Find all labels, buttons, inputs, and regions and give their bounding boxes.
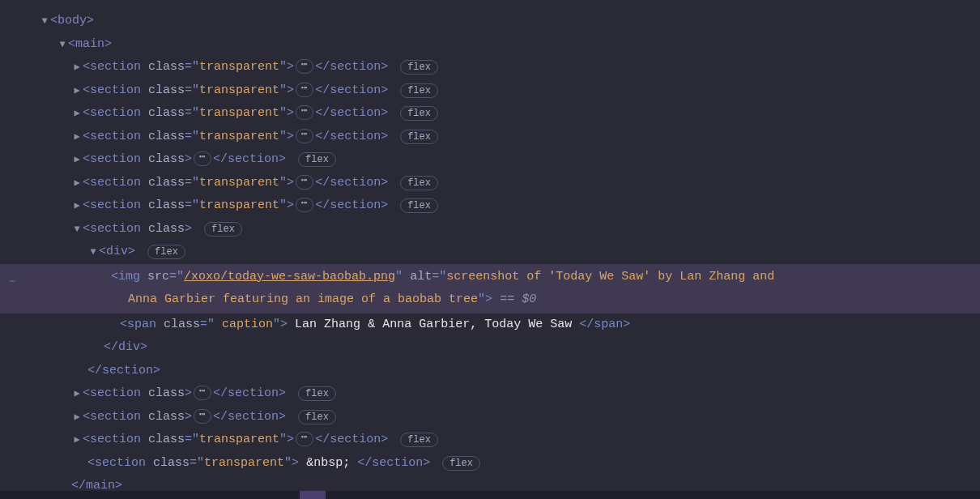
expand-arrow-right-icon[interactable]: ▶ bbox=[71, 126, 83, 149]
tag-main: <main> bbox=[68, 37, 112, 51]
node-section-transparent[interactable]: ▶ <section class="transparent">⋯</sectio… bbox=[0, 172, 980, 195]
node-section-transparent[interactable]: ▶ <section class="transparent">⋯</sectio… bbox=[0, 79, 980, 103]
expand-arrow-right-icon[interactable]: ▶ bbox=[71, 79, 83, 103]
alt-value-b: Anna Garbier featuring an image of a bao… bbox=[128, 292, 478, 306]
ellipsis-icon[interactable]: ⋯ bbox=[296, 105, 313, 120]
flex-badge[interactable]: flex bbox=[298, 386, 336, 401]
expand-arrow-right-icon[interactable]: ▶ bbox=[71, 194, 83, 218]
node-img-selected[interactable]: ⋯ <img src="/xoxo/today-we-saw-baobab.pn… bbox=[0, 264, 980, 313]
tag-body: <body> bbox=[50, 14, 94, 28]
alt-value-a: screenshot of 'Today We Saw' by Lan Zhan… bbox=[446, 270, 774, 284]
node-section-transparent[interactable]: ▶ <section class="transparent">⋯</sectio… bbox=[0, 126, 980, 149]
flex-badge[interactable]: flex bbox=[400, 106, 438, 121]
expand-arrow-right-icon[interactable]: ▶ bbox=[71, 148, 83, 172]
flex-badge[interactable]: flex bbox=[400, 130, 438, 144]
node-section-class[interactable]: ▶ <section class>⋯</section> flex bbox=[0, 382, 980, 406]
breadcrumb-segment[interactable] bbox=[300, 491, 326, 499]
ellipsis-icon[interactable]: ⋯ bbox=[296, 198, 313, 212]
expand-arrow-down-icon[interactable]: ▼ bbox=[71, 218, 83, 241]
node-body[interactable]: ▼ <body> bbox=[0, 10, 980, 33]
node-section-transparent[interactable]: ▶ <section class="transparent">⋯</sectio… bbox=[0, 194, 980, 218]
selected-node-marker: == $0 bbox=[500, 292, 536, 306]
node-div-close[interactable]: </div> bbox=[0, 336, 980, 360]
node-section-transparent[interactable]: ▶ <section class="transparent">⋯</sectio… bbox=[0, 56, 980, 79]
dom-tree[interactable]: ▼ <body> ▼ <main> ▶ <section class="tran… bbox=[0, 0, 980, 491]
expand-arrow-right-icon[interactable]: ▶ bbox=[71, 102, 83, 126]
expand-arrow-right-icon[interactable]: ▶ bbox=[71, 56, 83, 79]
attr-src: src bbox=[147, 270, 169, 284]
node-section-transparent-nbsp[interactable]: <section class="transparent"> &nbsp; </s… bbox=[0, 452, 980, 476]
node-main-close[interactable]: </main> bbox=[0, 475, 980, 491]
node-section-close[interactable]: </section> bbox=[0, 360, 980, 383]
node-section-transparent[interactable]: ▶ <section class="transparent">⋯</sectio… bbox=[0, 102, 980, 126]
elements-panel[interactable]: ▼ <body> ▼ <main> ▶ <section class="tran… bbox=[0, 0, 980, 491]
ellipsis-icon[interactable]: ⋯ bbox=[194, 409, 211, 424]
ellipsis-icon[interactable]: ⋯ bbox=[296, 59, 313, 74]
flex-badge[interactable]: flex bbox=[400, 83, 438, 98]
ellipsis-icon[interactable]: ⋯ bbox=[296, 432, 313, 446]
expand-arrow-right-icon[interactable]: ▶ bbox=[71, 406, 83, 429]
flex-badge[interactable]: flex bbox=[442, 456, 480, 471]
ellipsis-icon[interactable]: ⋯ bbox=[296, 175, 313, 190]
flex-badge[interactable]: flex bbox=[298, 152, 336, 167]
expand-arrow-down-icon[interactable]: ▼ bbox=[39, 10, 50, 33]
expand-arrow-right-icon[interactable]: ▶ bbox=[71, 382, 83, 406]
ellipsis-icon[interactable]: ⋯ bbox=[296, 83, 313, 97]
ellipsis-icon[interactable]: ⋯ bbox=[296, 129, 313, 143]
flex-badge[interactable]: flex bbox=[298, 410, 336, 424]
flex-badge[interactable]: flex bbox=[400, 433, 438, 447]
node-span-caption[interactable]: <span class=" caption"> Lan Zhang & Anna… bbox=[0, 313, 980, 337]
expand-arrow-down-icon[interactable]: ▼ bbox=[57, 33, 68, 57]
tag-img-open: <img bbox=[111, 270, 147, 284]
tag-div: <div> bbox=[99, 245, 135, 258]
span-text: Lan Zhang & Anna Garbier, Today We Saw bbox=[288, 318, 579, 331]
flex-badge[interactable]: flex bbox=[147, 245, 185, 259]
tag-img-end: > bbox=[485, 292, 492, 306]
attr-alt: alt bbox=[410, 270, 432, 284]
flex-badge[interactable]: flex bbox=[204, 222, 242, 237]
flex-badge[interactable]: flex bbox=[400, 176, 438, 190]
node-section-class[interactable]: ▶ <section class>⋯</section> flex bbox=[0, 148, 980, 172]
flex-badge[interactable]: flex bbox=[400, 60, 438, 75]
node-section-transparent[interactable]: ▶ <section class="transparent">⋯</sectio… bbox=[0, 429, 980, 452]
breadcrumb-bar[interactable] bbox=[0, 491, 980, 499]
node-main[interactable]: ▼ <main> bbox=[0, 33, 980, 57]
gutter-more-icon[interactable]: ⋯ bbox=[0, 271, 24, 294]
node-section-class-expanded[interactable]: ▼ <section class> flex bbox=[0, 218, 980, 241]
expand-arrow-right-icon[interactable]: ▶ bbox=[71, 429, 83, 452]
ellipsis-icon[interactable]: ⋯ bbox=[194, 151, 211, 166]
expand-arrow-right-icon[interactable]: ▶ bbox=[71, 172, 83, 195]
node-div[interactable]: ▼ <div> flex bbox=[0, 241, 980, 264]
node-section-class[interactable]: ▶ <section class>⋯</section> flex bbox=[0, 406, 980, 429]
expand-arrow-down-icon[interactable]: ▼ bbox=[87, 241, 99, 264]
ellipsis-icon[interactable]: ⋯ bbox=[194, 386, 211, 400]
src-value-link[interactable]: /xoxo/today-we-saw-baobab.png bbox=[184, 270, 395, 284]
flex-badge[interactable]: flex bbox=[400, 198, 438, 213]
